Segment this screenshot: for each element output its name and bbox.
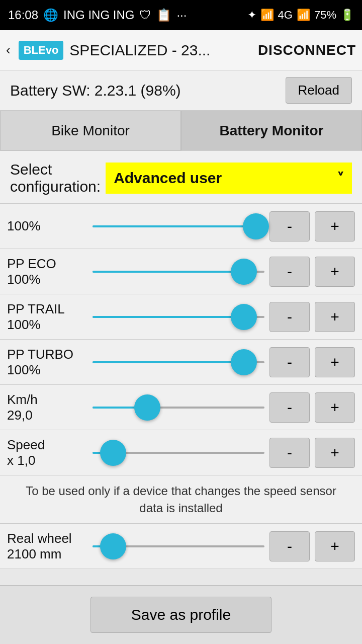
- slider-row-6: Speed x 1,0 - +: [0, 430, 362, 475]
- shield-icon: 🛡: [139, 8, 151, 22]
- bluetooth-icon: ✦: [247, 9, 256, 22]
- tab-battery-monitor[interactable]: Battery Monitor: [181, 111, 362, 150]
- slider-label-col-1: 100%: [7, 218, 87, 234]
- slider-value-2: 100%: [7, 272, 87, 287]
- speed-note: To be used only if a device that changes…: [0, 475, 362, 524]
- wifi-icon: 📶: [260, 9, 274, 22]
- slider-row-2: PP ECO 100% - +: [0, 249, 362, 294]
- slider-name-6: Speed: [7, 437, 87, 453]
- carrier: ING ING ING: [63, 8, 134, 22]
- real-wheel-track-col[interactable]: [93, 531, 264, 561]
- minus-button-4[interactable]: -: [269, 347, 310, 377]
- real-wheel-section: Real wheel 2100 mm - +: [0, 524, 362, 569]
- slider-label-col-2: PP ECO 100%: [7, 256, 87, 287]
- sim-icon: 📋: [156, 8, 171, 22]
- plus-button-3[interactable]: +: [315, 302, 355, 332]
- minus-button-1[interactable]: -: [269, 211, 310, 242]
- slider-fill-2: [93, 271, 244, 273]
- minus-button-3[interactable]: -: [269, 302, 310, 332]
- battery-sw-text: Battery SW: 2.23.1 (98%): [10, 82, 181, 99]
- time: 16:08: [8, 8, 38, 22]
- blevo-badge: BLEvo: [19, 41, 64, 60]
- disconnect-button[interactable]: DISCONNECT: [258, 42, 356, 58]
- slider-fill-4: [93, 361, 244, 363]
- slider-fill-1: [93, 225, 256, 227]
- data-icon: 4G: [278, 9, 293, 22]
- slider-fill-3: [93, 316, 244, 318]
- slider-thumb-3[interactable]: [231, 304, 257, 330]
- config-label: Selectconfiguration:: [10, 161, 101, 195]
- slider-row-3: PP TRAIL 100% - +: [0, 294, 362, 340]
- slider-value-6: x 1,0: [7, 453, 87, 468]
- slider-row-4: PP TURBO 100% - +: [0, 340, 362, 385]
- minus-button-2[interactable]: -: [269, 257, 310, 287]
- real-wheel-plus-button[interactable]: +: [315, 531, 355, 561]
- slider-track-4: [93, 361, 264, 363]
- plus-button-2[interactable]: +: [315, 257, 355, 287]
- minus-button-6[interactable]: -: [269, 438, 310, 468]
- slider-row-1: 100% - +: [0, 204, 362, 249]
- slider-label-col-5: Km/h 29,0: [7, 392, 87, 423]
- slider-track-col-3[interactable]: [93, 302, 264, 332]
- minus-button-5[interactable]: -: [269, 392, 310, 423]
- slider-track-col-2[interactable]: [93, 257, 264, 287]
- battery-icon: 🔋: [340, 9, 354, 22]
- real-wheel-row: Real wheel 2100 mm - +: [0, 524, 362, 569]
- slider-track-2: [93, 271, 264, 273]
- save-profile-button[interactable]: Save as profile: [90, 597, 272, 633]
- slider-label-col-3: PP TRAIL 100%: [7, 301, 87, 333]
- slider-thumb-2[interactable]: [231, 259, 257, 285]
- slider-label-col-4: PP TURBO 100%: [7, 347, 87, 378]
- status-right: ✦ 📶 4G 📶 75% 🔋: [247, 9, 354, 22]
- battery-percent: 75%: [314, 9, 336, 22]
- plus-button-4[interactable]: +: [315, 347, 355, 377]
- slider-row-5: Km/h 29,0 - +: [0, 385, 362, 430]
- header-title: SPECIALIZED - 23...: [69, 42, 252, 59]
- slider-name-2: PP ECO: [7, 256, 87, 272]
- real-wheel-value: 2100 mm: [7, 546, 87, 562]
- slider-track-col-6[interactable]: [93, 438, 264, 468]
- slider-track-col-4[interactable]: [93, 347, 264, 377]
- status-bar: 16:08 🌐 ING ING ING 🛡 📋 ··· ✦ 📶 4G 📶 75%…: [0, 0, 362, 30]
- app-header: ‹ BLEvo SPECIALIZED - 23... DISCONNECT: [0, 30, 362, 70]
- back-icon[interactable]: ‹: [6, 42, 11, 58]
- config-dropdown[interactable]: Advanced user ˅: [106, 163, 352, 194]
- plus-button-6[interactable]: +: [315, 438, 355, 468]
- save-row: Save as profile: [0, 585, 362, 644]
- slider-value-1: 100%: [7, 218, 87, 234]
- browser-icon: 🌐: [43, 8, 58, 22]
- slider-track-3: [93, 316, 264, 318]
- reload-button[interactable]: Reload: [286, 77, 352, 104]
- chevron-down-icon: ˅: [337, 170, 344, 187]
- status-left: 16:08 🌐 ING ING ING 🛡 📋 ···: [8, 8, 187, 22]
- battery-sw-row: Battery SW: 2.23.1 (98%) Reload: [0, 70, 362, 111]
- slider-section: 100% - + PP ECO 100%: [0, 204, 362, 475]
- slider-track-1: [93, 225, 264, 227]
- config-dropdown-value: Advanced user: [114, 170, 222, 187]
- slider-value-5: 29,0: [7, 408, 87, 423]
- slider-thumb-5[interactable]: [134, 394, 160, 421]
- slider-label-col-6: Speed x 1,0: [7, 437, 87, 468]
- plus-button-1[interactable]: +: [315, 211, 355, 242]
- slider-value-4: 100%: [7, 362, 87, 378]
- slider-name-4: PP TURBO: [7, 347, 87, 362]
- slider-thumb-4[interactable]: [231, 349, 257, 375]
- tab-bike-monitor[interactable]: Bike Monitor: [0, 111, 181, 150]
- config-row: Selectconfiguration: Advanced user ˅: [0, 151, 362, 204]
- signal-icon: 📶: [297, 9, 310, 22]
- plus-button-5[interactable]: +: [315, 392, 355, 423]
- slider-track-5: [93, 407, 264, 409]
- real-wheel-track: [93, 545, 264, 547]
- slider-track-col-1[interactable]: [93, 211, 264, 242]
- slider-thumb-6[interactable]: [100, 440, 126, 466]
- real-wheel-thumb[interactable]: [100, 533, 126, 559]
- slider-track-col-5[interactable]: [93, 392, 264, 423]
- slider-thumb-1[interactable]: [243, 213, 269, 239]
- real-wheel-label-col: Real wheel 2100 mm: [7, 531, 87, 562]
- slider-name-3: PP TRAIL: [7, 301, 87, 317]
- real-wheel-name: Real wheel: [7, 531, 87, 546]
- tab-bar: Bike Monitor Battery Monitor: [0, 111, 362, 151]
- slider-track-6: [93, 452, 264, 454]
- real-wheel-minus-button[interactable]: -: [269, 531, 310, 561]
- slider-name-5: Km/h: [7, 392, 87, 408]
